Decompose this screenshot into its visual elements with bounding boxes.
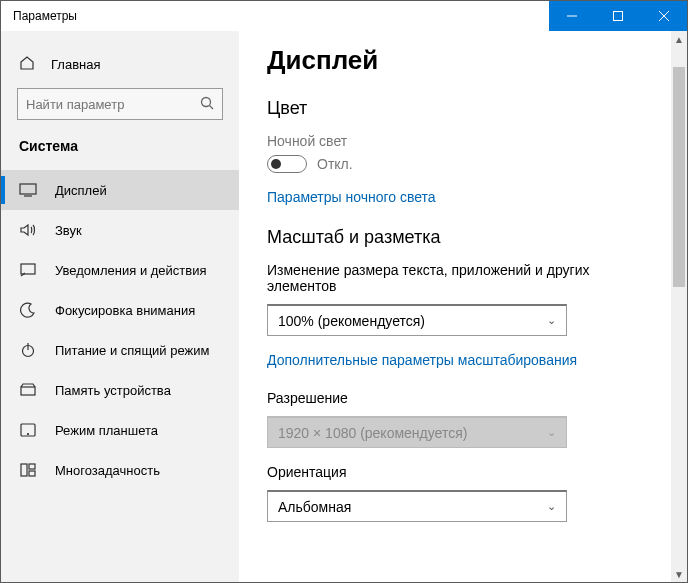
svg-line-5 xyxy=(210,105,214,109)
scale-dropdown[interactable]: 100% (рекомендуется) ⌄ xyxy=(267,304,567,336)
night-light-settings-link[interactable]: Параметры ночного света xyxy=(267,189,436,205)
nav-label: Звук xyxy=(55,223,82,238)
svg-rect-11 xyxy=(21,387,35,395)
scroll-down-icon[interactable]: ▼ xyxy=(671,566,687,582)
night-light-state: Откл. xyxy=(317,156,353,172)
nav-label: Уведомления и действия xyxy=(55,263,207,278)
resolution-label: Разрешение xyxy=(267,390,659,406)
nav-label: Память устройства xyxy=(55,383,171,398)
multitask-icon xyxy=(19,463,37,477)
scale-value: 100% (рекомендуется) xyxy=(278,313,425,329)
home-link[interactable]: Главная xyxy=(1,47,239,88)
resolution-value: 1920 × 1080 (рекомендуется) xyxy=(278,425,467,441)
search-input[interactable] xyxy=(17,88,223,120)
content-area: Дисплей Цвет Ночной свет Откл. Параметры… xyxy=(239,31,687,582)
night-light-label: Ночной свет xyxy=(267,133,659,149)
titlebar: Параметры xyxy=(1,1,687,31)
storage-icon xyxy=(19,383,37,397)
window-title: Параметры xyxy=(1,9,549,23)
home-icon xyxy=(19,55,35,74)
nav-item-display[interactable]: Дисплей xyxy=(1,170,239,210)
notifications-icon xyxy=(19,263,37,277)
night-light-toggle[interactable] xyxy=(267,155,307,173)
nav-item-tablet[interactable]: Режим планшета xyxy=(1,410,239,450)
svg-rect-6 xyxy=(20,184,36,194)
maximize-button[interactable] xyxy=(595,1,641,31)
scroll-up-icon[interactable]: ▲ xyxy=(671,31,687,47)
scale-label: Изменение размера текста, приложений и д… xyxy=(267,262,659,294)
orientation-label: Ориентация xyxy=(267,464,659,480)
home-label: Главная xyxy=(51,57,100,72)
svg-rect-14 xyxy=(21,464,27,476)
nav-list: Дисплей Звук Уведомления и действия xyxy=(1,170,239,490)
focus-icon xyxy=(19,302,37,318)
svg-rect-1 xyxy=(614,12,623,21)
nav-item-focus[interactable]: Фокусировка внимания xyxy=(1,290,239,330)
svg-rect-8 xyxy=(21,264,35,274)
section-color: Цвет xyxy=(267,98,659,119)
nav-item-storage[interactable]: Память устройства xyxy=(1,370,239,410)
section-title: Система xyxy=(1,138,239,170)
nav-item-multitask[interactable]: Многозадачность xyxy=(1,450,239,490)
minimize-button[interactable] xyxy=(549,1,595,31)
svg-rect-16 xyxy=(29,471,35,476)
svg-rect-15 xyxy=(29,464,35,469)
nav-label: Фокусировка внимания xyxy=(55,303,195,318)
resolution-dropdown[interactable]: 1920 × 1080 (рекомендуется) ⌄ xyxy=(267,416,567,448)
search-field[interactable] xyxy=(26,97,200,112)
nav-item-power[interactable]: Питание и спящий режим xyxy=(1,330,239,370)
advanced-scaling-link[interactable]: Дополнительные параметры масштабирования xyxy=(267,352,577,368)
window-controls xyxy=(549,1,687,31)
orientation-dropdown[interactable]: Альбомная ⌄ xyxy=(267,490,567,522)
svg-point-4 xyxy=(202,97,211,106)
tablet-icon xyxy=(19,423,37,437)
sidebar: Главная Система Дисплей xyxy=(1,31,239,582)
sound-icon xyxy=(19,223,37,237)
search-icon xyxy=(200,96,214,113)
scroll-thumb[interactable] xyxy=(673,67,685,287)
nav-label: Режим планшета xyxy=(55,423,158,438)
chevron-down-icon: ⌄ xyxy=(547,500,556,513)
scrollbar[interactable]: ▲ ▼ xyxy=(671,31,687,582)
svg-point-13 xyxy=(28,434,29,435)
section-scale: Масштаб и разметка xyxy=(267,227,659,248)
chevron-down-icon: ⌄ xyxy=(547,314,556,327)
nav-item-sound[interactable]: Звук xyxy=(1,210,239,250)
power-icon xyxy=(19,342,37,358)
page-title: Дисплей xyxy=(267,45,659,76)
nav-label: Питание и спящий режим xyxy=(55,343,209,358)
nav-label: Многозадачность xyxy=(55,463,160,478)
chevron-down-icon: ⌄ xyxy=(547,426,556,439)
nav-label: Дисплей xyxy=(55,183,107,198)
orientation-value: Альбомная xyxy=(278,499,351,515)
nav-item-notifications[interactable]: Уведомления и действия xyxy=(1,250,239,290)
display-icon xyxy=(19,183,37,197)
close-button[interactable] xyxy=(641,1,687,31)
